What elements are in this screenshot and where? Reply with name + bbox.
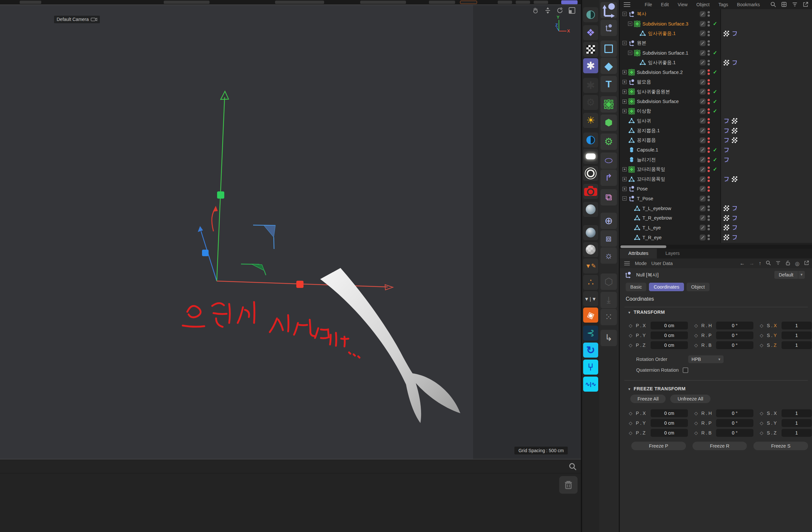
enabled-check-icon[interactable]: ✓ — [712, 166, 719, 173]
keyframe-diamond-icon[interactable]: ◇ — [759, 333, 765, 338]
visibility-dots[interactable] — [708, 11, 710, 17]
edit-toggle-icon[interactable] — [700, 50, 706, 56]
expand-icon[interactable]: + — [622, 80, 627, 84]
keyframe-diamond-icon[interactable]: ◇ — [628, 333, 634, 338]
camera-label[interactable]: Default Camera — [54, 16, 100, 23]
visibility-dots[interactable] — [708, 31, 710, 36]
value-field[interactable]: 0 cm — [651, 419, 688, 427]
rotate-icon[interactable] — [556, 6, 564, 15]
edit-toggle-icon[interactable] — [700, 69, 706, 75]
keyframe-diamond-icon[interactable]: ◇ — [693, 420, 699, 426]
menu-item-file[interactable]: File — [645, 2, 652, 7]
edit-toggle-icon[interactable] — [700, 11, 706, 17]
sphere-glass-icon[interactable] — [583, 225, 598, 240]
visibility-dot-gray[interactable] — [708, 31, 710, 33]
keyframe-diamond-icon[interactable]: ◇ — [759, 343, 765, 348]
gear-dim-icon[interactable]: ⚙ — [583, 95, 598, 110]
sphere-checker-icon[interactable] — [583, 242, 598, 257]
toolbar-button[interactable] — [498, 1, 512, 4]
tree-row[interactable]: 꽁지뽑음.1 — [620, 125, 812, 135]
phong-tag-icon[interactable] — [732, 60, 737, 65]
uvw-tag-icon[interactable] — [724, 31, 729, 36]
visibility-dot-gray[interactable] — [708, 60, 710, 62]
value-field[interactable]: 0 ° — [716, 429, 753, 437]
pan-icon[interactable] — [532, 6, 540, 15]
mirror-figures-icon[interactable]: ▼|▼ — [583, 291, 598, 306]
visibility-dots[interactable] — [708, 176, 710, 182]
tree-row[interactable]: +팔모음 — [620, 77, 812, 87]
visibility-dot-gray[interactable] — [708, 206, 710, 208]
tree-row[interactable]: 잎사귀 — [620, 116, 812, 126]
stage-st-icon[interactable]: ⧈ — [600, 230, 617, 247]
symmetry-pink-icon[interactable]: ⧉ — [600, 189, 617, 206]
visibility-dot-red[interactable] — [708, 150, 710, 153]
tree-row[interactable]: −Subdivision Surface.3✓ — [620, 19, 812, 29]
forward-arrow-icon[interactable]: → — [749, 261, 754, 266]
camera-swap-icon[interactable] — [91, 17, 97, 22]
area-light-icon[interactable] — [583, 149, 598, 164]
value-field[interactable]: 0 ° — [716, 341, 753, 349]
tab-coordinates[interactable]: Coordinates — [649, 283, 684, 291]
visibility-dot-red[interactable] — [708, 121, 710, 124]
metaball-icon[interactable]: ⬭ — [600, 152, 617, 169]
tree-row[interactable]: −Subdivision Surface.1✓ — [620, 48, 812, 58]
visibility-dot-gray[interactable] — [708, 228, 710, 230]
uvw-tag-icon[interactable] — [724, 60, 729, 65]
node-scissors-icon[interactable]: ⊰ — [583, 326, 598, 341]
phong-tag-icon[interactable] — [732, 235, 737, 240]
filter-icon[interactable] — [775, 260, 781, 267]
tab-basic[interactable]: Basic — [626, 283, 646, 291]
toolbar-button[interactable] — [20, 1, 41, 4]
edit-toggle-icon[interactable] — [700, 108, 706, 114]
expand-icon[interactable]: + — [622, 70, 627, 74]
edit-toggle-icon[interactable] — [700, 30, 706, 36]
edit-toggle-icon[interactable] — [700, 235, 706, 240]
uvw-tag-icon[interactable] — [724, 215, 729, 221]
figure-reset-icon[interactable]: ↻ — [583, 343, 598, 358]
edit-toggle-icon[interactable] — [700, 60, 706, 65]
menu-item-edit[interactable]: Edit — [661, 2, 669, 7]
phong-tag-icon[interactable] — [724, 147, 729, 153]
visibility-dots[interactable] — [708, 21, 710, 27]
menu-item-tags[interactable]: Tags — [719, 2, 728, 7]
export-icon[interactable] — [804, 260, 809, 267]
visibility-dots[interactable] — [708, 108, 710, 114]
keyframe-diamond-icon[interactable]: ◇ — [693, 430, 699, 435]
keyframe-diamond-icon[interactable]: ◇ — [759, 323, 765, 328]
visibility-dots[interactable] — [708, 40, 710, 46]
expand-icon[interactable]: + — [622, 177, 627, 181]
enabled-check-icon[interactable]: ✓ — [712, 108, 719, 114]
null-small-icon[interactable] — [600, 20, 617, 36]
gear-green-icon[interactable]: ⚙ — [600, 133, 617, 150]
halftone-teal-icon[interactable] — [583, 7, 598, 22]
visibility-dots[interactable] — [708, 147, 710, 153]
maximize-icon[interactable] — [568, 6, 576, 15]
collapse-icon[interactable]: − — [622, 196, 627, 201]
edit-toggle-icon[interactable] — [700, 186, 706, 192]
scrollbar-thumb[interactable] — [621, 246, 666, 248]
visibility-dot-gray[interactable] — [708, 235, 710, 237]
value-field[interactable]: 0 ° — [716, 409, 753, 417]
visibility-dot-red[interactable] — [708, 180, 710, 182]
move-gizmo[interactable] — [198, 91, 393, 290]
visibility-dots[interactable] — [708, 166, 710, 172]
pipes-icon[interactable]: ∿|∿ — [583, 376, 598, 391]
visibility-dot-red[interactable] — [708, 79, 710, 82]
attribute-menu-icon[interactable] — [624, 262, 630, 265]
visibility-dot-gray[interactable] — [708, 219, 710, 221]
target-rings-icon[interactable] — [583, 166, 598, 181]
edit-toggle-icon[interactable] — [700, 128, 706, 133]
menu-item-view[interactable]: View — [678, 2, 687, 7]
toolbar-button-record[interactable] — [460, 1, 477, 4]
edit-toggle-icon[interactable] — [700, 166, 706, 173]
rectangle-spline-icon[interactable] — [600, 41, 617, 57]
uvw-tag-icon[interactable] — [732, 118, 737, 124]
keyframe-diamond-icon[interactable]: ◇ — [693, 333, 699, 338]
cube-icon[interactable]: ◆ — [600, 58, 617, 74]
value-field[interactable]: 1 — [782, 331, 812, 339]
tree-row[interactable]: 꽁지뽑음 — [620, 135, 812, 145]
search-icon[interactable] — [568, 462, 577, 472]
joint-chain-icon[interactable]: ∴ — [583, 275, 598, 290]
globe-st-icon[interactable]: ⊕ — [600, 213, 617, 229]
uvw-tag-icon[interactable] — [724, 206, 729, 211]
